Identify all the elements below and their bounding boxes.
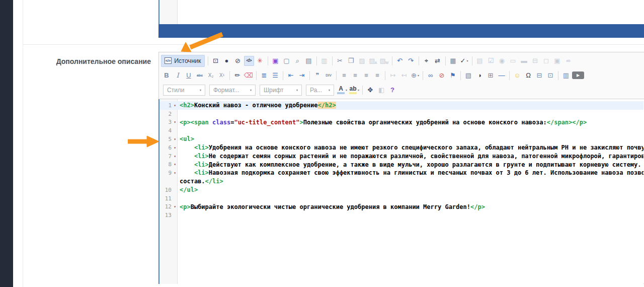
image-button-icon[interactable]: ▣ <box>552 56 562 66</box>
page-break-icon[interactable]: ⊟ <box>534 70 544 81</box>
font-select[interactable]: Шрифт▾ <box>260 85 302 96</box>
source-button[interactable]: </>Источник <box>161 55 205 67</box>
new-page-icon[interactable]: ▢ <box>282 56 292 66</box>
paste-word-icon[interactable]: ▨W <box>379 56 389 66</box>
hide-comments-icon[interactable]: ⊘ <box>233 56 243 66</box>
code-line[interactable] <box>178 126 180 135</box>
align-center-icon[interactable]: ≡ <box>350 70 360 81</box>
fold-arrow[interactable]: ▾ <box>172 154 176 159</box>
source-code-area[interactable]: 1▾<h2>Конский навоз - отличное удобрение… <box>158 99 643 284</box>
find-icon[interactable]: ⌖ <box>422 56 432 66</box>
spellcheck-icon[interactable]: ✓▾ <box>459 56 469 66</box>
smiley-icon[interactable]: ☺ <box>512 70 522 81</box>
undo-icon[interactable]: ↶ <box>395 56 405 66</box>
maximize-icon[interactable]: ✥ <box>365 85 375 95</box>
numbered-list-icon[interactable]: ≣ <box>259 70 269 81</box>
justify-icon[interactable]: ≡ <box>372 70 382 81</box>
strike-icon[interactable]: abc <box>195 70 205 81</box>
code-snippet-icon[interactable]: </> <box>244 56 254 66</box>
code-line[interactable]: <h2>Конский навоз - отличное удобрение</… <box>178 101 336 110</box>
indent-icon[interactable]: ⇥ <box>297 70 307 81</box>
paste-doc-icon[interactable]: ▥ <box>319 56 330 66</box>
bold-icon[interactable]: B <box>162 70 172 81</box>
fold-arrow[interactable]: ▾ <box>172 103 176 108</box>
code-line[interactable]: </ul> <box>178 186 198 194</box>
templates-icon[interactable]: ✳ <box>255 56 265 66</box>
hidden-field-icon[interactable]: ab <box>564 56 574 66</box>
copy-icon[interactable]: ❐ <box>346 56 356 66</box>
form-icon[interactable]: ▤ <box>475 56 485 66</box>
code-row: 11 <box>159 194 643 203</box>
redo-icon[interactable]: ↷ <box>406 56 416 66</box>
code-line[interactable] <box>178 194 180 203</box>
code-line[interactable]: <li>Не содержат семян сорных растений и … <box>178 152 643 161</box>
select-field-icon[interactable]: ⊟ <box>530 56 540 66</box>
fold-arrow[interactable]: ▾ <box>172 171 176 175</box>
language-icon[interactable]: ⊕▾ <box>410 70 420 81</box>
fold-arrow[interactable]: ▾ <box>172 146 176 150</box>
anchor-icon[interactable]: ⚑ <box>448 70 458 81</box>
print-icon[interactable]: ▤ <box>304 56 314 66</box>
preview-icon[interactable]: ⌕ <box>293 56 303 66</box>
region-select-icon[interactable]: ⊡ <box>211 56 221 66</box>
radio-icon[interactable]: ◉ <box>497 56 507 66</box>
code-line[interactable] <box>178 211 180 220</box>
code-line[interactable]: <p>Выбирайте экологически чистые органич… <box>178 203 485 211</box>
code-line[interactable]: <li>Удобрения на основе конского навоза … <box>178 144 643 152</box>
fold-arrow[interactable]: ▾ <box>172 204 176 209</box>
fold-arrow[interactable]: ▾ <box>172 137 176 141</box>
code-line[interactable]: <p><span class="uc-title_content">Полезн… <box>178 118 587 127</box>
unlink-icon[interactable]: ⊘ <box>437 70 447 81</box>
show-blocks-icon[interactable]: ◧ <box>376 85 386 95</box>
rtl-icon[interactable]: ↤ <box>399 70 409 81</box>
code-row: 13 <box>159 211 643 220</box>
table-icon[interactable]: ⊞ <box>486 70 496 81</box>
about-icon[interactable]: ? <box>387 85 397 95</box>
code-line[interactable]: <ul> <box>178 135 194 144</box>
iframe-icon[interactable]: ⊡ <box>545 70 555 81</box>
styles-select[interactable]: Стили▾ <box>163 85 205 96</box>
ltr-icon[interactable]: ↦ <box>388 70 398 81</box>
bg-color-icon[interactable]: ab▾ <box>349 86 359 94</box>
italic-icon[interactable]: I <box>173 70 183 81</box>
align-right-icon[interactable]: ≡ <box>361 70 371 81</box>
select-all-icon[interactable]: ▦ <box>448 56 458 66</box>
remove-format-icon[interactable]: ⌫ <box>244 70 254 81</box>
copy-format-icon[interactable]: ✏ <box>232 70 243 81</box>
blockquote-icon[interactable]: ❞ <box>312 70 323 81</box>
flash-icon[interactable]: ◑ <box>474 70 485 81</box>
line-number: 9 <box>168 170 172 176</box>
align-left-icon[interactable]: ≡ <box>339 70 349 81</box>
div-icon[interactable]: DIV <box>324 70 334 81</box>
cut-icon[interactable]: ✂ <box>335 56 345 66</box>
code-line[interactable]: <li>Действуют как комплексное удобрение,… <box>178 161 643 169</box>
superscript-icon[interactable]: X¹ <box>217 70 227 81</box>
fold-arrow[interactable]: ▾ <box>172 120 176 124</box>
fold-arrow[interactable]: ▾ <box>172 162 176 167</box>
text-color-icon[interactable]: A▾ <box>337 86 347 94</box>
underline-icon[interactable]: U <box>184 70 194 81</box>
hr-icon[interactable]: ― <box>497 70 507 81</box>
image2-icon[interactable]: ▥ <box>561 70 571 81</box>
textarea-icon[interactable]: ▬ <box>519 56 529 66</box>
comment-icon[interactable]: ● <box>222 56 232 66</box>
code-line[interactable] <box>178 110 180 118</box>
code-line[interactable]: <li>Навозная подкормка сохраняет свою эф… <box>178 169 643 177</box>
replace-icon[interactable]: ⇄ <box>433 56 443 66</box>
special-char-icon[interactable]: Ω <box>523 70 533 81</box>
text-field-icon[interactable]: ▭ <box>508 56 518 66</box>
image-icon[interactable]: ▧ <box>463 70 473 81</box>
size-select[interactable]: Ра...▾ <box>306 85 334 96</box>
youtube-icon[interactable]: ▶ <box>572 71 584 79</box>
outdent-icon[interactable]: ⇤ <box>286 70 296 81</box>
code-line[interactable]: состав.</li> <box>178 177 223 186</box>
link-icon[interactable]: ∞ <box>426 70 436 81</box>
save-icon[interactable]: ▣ <box>271 56 281 66</box>
bulleted-list-icon[interactable]: ☰ <box>270 70 280 81</box>
paste-text-icon[interactable]: ▨A <box>368 56 378 66</box>
button-icon[interactable]: ◻ <box>541 56 551 66</box>
paste-icon[interactable]: ▨ <box>357 56 367 66</box>
checkbox-icon[interactable]: ☑ <box>486 56 496 66</box>
subscript-icon[interactable]: X₂ <box>206 70 216 81</box>
format-select[interactable]: Формат...▾ <box>209 85 256 96</box>
